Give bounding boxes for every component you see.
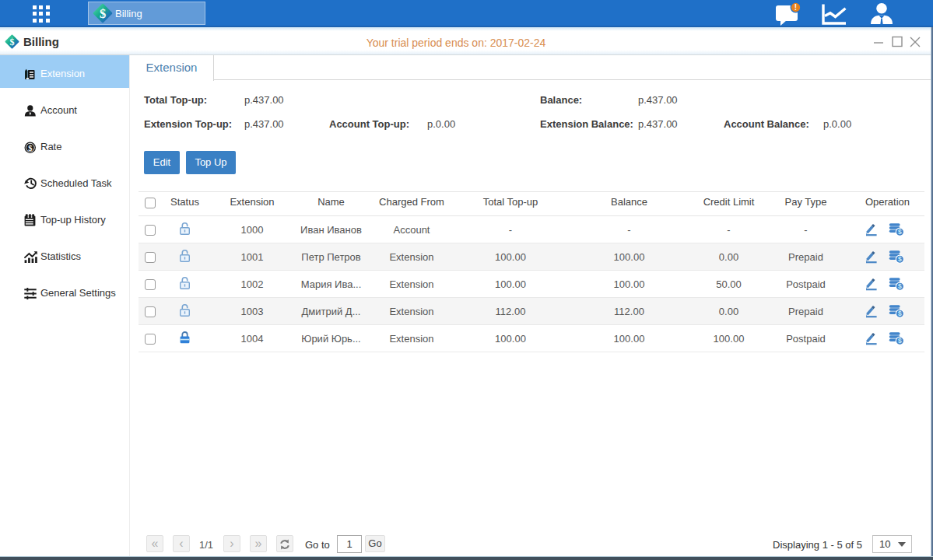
svg-text:$: $ [898,228,902,236]
svg-text:$: $ [100,6,106,21]
svg-text:$: $ [898,310,902,317]
svg-text:$: $ [898,337,902,345]
svg-text:$: $ [898,255,902,263]
svg-text:$: $ [28,143,32,152]
svg-text:!: ! [794,3,797,12]
svg-text:$: $ [898,282,902,290]
